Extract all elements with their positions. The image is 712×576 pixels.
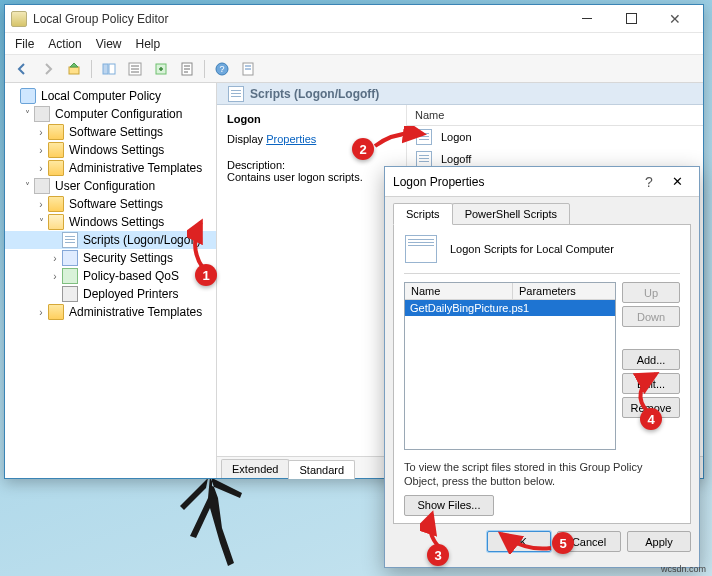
folder-icon: [48, 142, 64, 158]
maximize-button[interactable]: [609, 9, 653, 29]
description-label: Description:: [227, 159, 396, 171]
qos-icon: [62, 268, 78, 284]
toolbar: ?: [5, 55, 703, 83]
up-button[interactable]: [63, 58, 85, 80]
column-header-parameters[interactable]: Parameters: [513, 283, 615, 299]
tree-root[interactable]: ▾Local Computer Policy: [5, 87, 216, 105]
policy-icon: [20, 88, 36, 104]
menu-bar: File Action View Help: [5, 33, 703, 55]
description-panel: Logon Display Properties Description: Co…: [217, 105, 407, 456]
tab-standard[interactable]: Standard: [288, 460, 355, 479]
script-icon: [416, 151, 432, 167]
tab-scripts[interactable]: Scripts: [393, 203, 453, 225]
folder-open-icon: [48, 214, 64, 230]
tree-scripts-logon-logoff[interactable]: ·Scripts (Logon/Logoff): [5, 231, 216, 249]
tab-extended[interactable]: Extended: [221, 459, 289, 478]
dialog-titlebar[interactable]: Logon Properties ? ✕: [385, 167, 699, 197]
script-icon: [405, 235, 437, 263]
callout-2: 2: [352, 138, 374, 160]
details-header: Scripts (Logon/Logoff): [217, 83, 703, 105]
display-label: Display: [227, 133, 263, 145]
close-button[interactable]: ✕: [653, 9, 697, 29]
callout-4: 4: [640, 408, 662, 430]
forward-button[interactable]: [37, 58, 59, 80]
callout-1: 1: [195, 264, 217, 286]
description-text: Contains user logon scripts.: [227, 171, 396, 183]
add-button[interactable]: Add...: [622, 349, 680, 370]
titlebar[interactable]: Local Group Policy Editor ✕: [5, 5, 703, 33]
tree-comp-admin[interactable]: ›Administrative Templates: [5, 159, 216, 177]
callout-3: 3: [427, 544, 449, 566]
arrow-5: [495, 528, 555, 554]
dialog-heading: Logon Scripts for Local Computer: [450, 243, 614, 255]
computer-icon: [34, 106, 50, 122]
svg-rect-0: [69, 67, 79, 74]
dialog-close-button[interactable]: ✕: [663, 174, 691, 189]
list-item-logon[interactable]: Logon: [407, 126, 703, 148]
tree-comp-windows[interactable]: ›Windows Settings: [5, 141, 216, 159]
window-title: Local Group Policy Editor: [33, 12, 565, 26]
arrow-2: [371, 126, 427, 152]
folder-icon: [48, 196, 64, 212]
export-button[interactable]: [150, 58, 172, 80]
app-icon: [11, 11, 27, 27]
callout-5: 5: [552, 532, 574, 554]
tab-powershell-scripts[interactable]: PowerShell Scripts: [452, 203, 570, 225]
logon-properties-dialog: Logon Properties ? ✕ Scripts PowerShell …: [384, 166, 700, 568]
tree-user-config[interactable]: ˅User Configuration: [5, 177, 216, 195]
security-icon: [62, 250, 78, 266]
dialog-help-button[interactable]: ?: [635, 174, 663, 190]
folder-icon: [48, 160, 64, 176]
tree-computer-config[interactable]: ˅Computer Configuration: [5, 105, 216, 123]
separator: [404, 273, 680, 274]
dialog-tabs: Scripts PowerShell Scripts: [385, 197, 699, 225]
filter-button[interactable]: [176, 58, 198, 80]
tree-user-windows[interactable]: ˅Windows Settings: [5, 213, 216, 231]
properties-link[interactable]: Properties: [266, 133, 316, 145]
tree-user-software[interactable]: ›Software Settings: [5, 195, 216, 213]
show-files-note: To view the script files stored in this …: [404, 460, 680, 489]
printer-icon: [62, 286, 78, 302]
folder-icon: [48, 124, 64, 140]
folder-icon: [48, 304, 64, 320]
show-tree-button[interactable]: [98, 58, 120, 80]
dialog-title: Logon Properties: [393, 175, 635, 189]
watermark: wcsdn.com: [661, 564, 706, 574]
policy-tree[interactable]: ▾Local Computer Policy ˅Computer Configu…: [5, 83, 217, 478]
up-button[interactable]: Up: [622, 282, 680, 303]
tree-comp-software[interactable]: ›Software Settings: [5, 123, 216, 141]
help-button[interactable]: ?: [211, 58, 233, 80]
tree-security-settings[interactable]: ›Security Settings: [5, 249, 216, 267]
menu-action[interactable]: Action: [48, 37, 81, 51]
tree-policy-qos[interactable]: ›Policy-based QoS: [5, 267, 216, 285]
script-row[interactable]: GetDailyBingPicture.ps1: [405, 300, 615, 316]
user-icon: [34, 178, 50, 194]
column-header-name[interactable]: Name: [405, 283, 513, 299]
apply-button[interactable]: Apply: [627, 531, 691, 552]
column-header-name[interactable]: Name: [407, 105, 703, 126]
down-button[interactable]: Down: [622, 306, 680, 327]
properties-button[interactable]: [124, 58, 146, 80]
tree-user-admin[interactable]: ›Administrative Templates: [5, 303, 216, 321]
script-icon: [228, 86, 244, 102]
menu-view[interactable]: View: [96, 37, 122, 51]
tree-deployed-printers[interactable]: ·Deployed Printers: [5, 285, 216, 303]
arrow-1: [187, 218, 221, 270]
svg-text:?: ?: [219, 64, 224, 74]
back-button[interactable]: [11, 58, 33, 80]
menu-help[interactable]: Help: [136, 37, 161, 51]
selected-item-title: Logon: [227, 113, 396, 125]
script-icon: [62, 232, 78, 248]
scripts-listview[interactable]: Name Parameters GetDailyBingPicture.ps1: [404, 282, 616, 450]
minimize-button[interactable]: [565, 9, 609, 29]
refresh-button[interactable]: [237, 58, 259, 80]
svg-rect-1: [103, 64, 108, 74]
menu-file[interactable]: File: [15, 37, 34, 51]
svg-rect-2: [109, 64, 115, 74]
